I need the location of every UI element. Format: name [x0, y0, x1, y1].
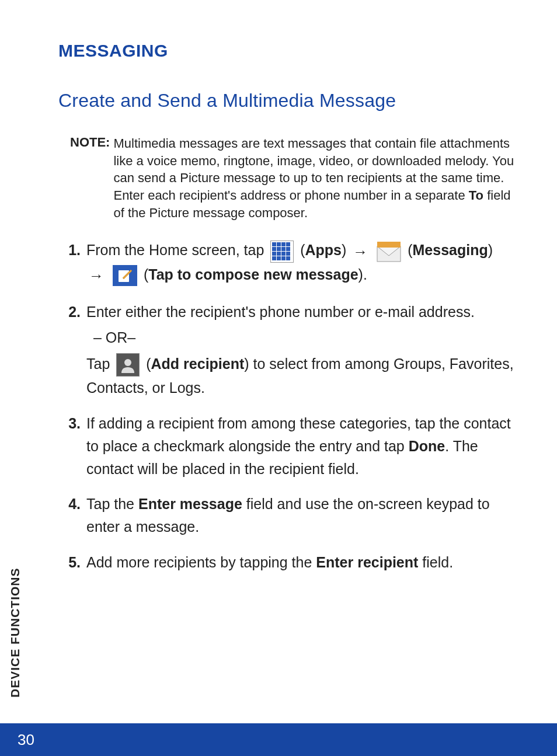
apps-grid-icon	[270, 241, 294, 263]
add-recipient-label: Add recipient	[151, 356, 245, 372]
step2-text2a: Tap	[86, 356, 114, 372]
heading-messaging: MESSAGING	[58, 41, 516, 61]
messaging-envelope-icon	[377, 241, 401, 263]
page-content: MESSAGING Create and Send a Multimedia M…	[0, 0, 557, 574]
heading-create-send: Create and Send a Multimedia Message	[58, 90, 516, 112]
step-5: 5. Add more recipients by tapping the En…	[58, 551, 516, 574]
step-body: Tap the Enter message field and use the …	[86, 493, 516, 538]
or-separator: – OR–	[93, 326, 516, 349]
step-number: 5.	[58, 551, 86, 574]
step-body: From the Home screen, tap (Apps) → (Mess…	[86, 239, 516, 287]
arrow-icon: →	[353, 240, 368, 263]
step4-text1: Tap the	[86, 496, 138, 512]
note-to-field: To	[469, 188, 483, 203]
apps-label: Apps	[305, 242, 342, 258]
svg-point-4	[124, 359, 131, 366]
compose-icon	[113, 265, 137, 286]
step5-text1: Add more recipients by tapping the	[86, 554, 316, 570]
step-number: 3.	[58, 412, 86, 480]
step-body: If adding a recipient from among these c…	[86, 412, 516, 480]
step-body: Add more recipients by tapping the Enter…	[86, 551, 516, 574]
enter-recipient-label: Enter recipient	[316, 554, 418, 570]
step-body: Enter either the recipient's phone numbe…	[86, 301, 516, 400]
note-text: Multimedia messages are text messages th…	[113, 135, 516, 221]
done-label: Done	[409, 438, 445, 454]
note-label: NOTE:	[70, 135, 113, 221]
step-1: 1. From the Home screen, tap (Apps) → (M…	[58, 239, 516, 287]
compose-label: Tap to compose new message	[148, 266, 358, 283]
step-4: 4. Tap the Enter message field and use t…	[58, 493, 516, 538]
page-number: 30	[18, 731, 34, 749]
add-recipient-icon	[116, 353, 140, 377]
step-number: 4.	[58, 493, 86, 538]
arrow-icon: →	[89, 264, 104, 287]
enter-message-label: Enter message	[138, 496, 242, 512]
footer-bar: 30	[0, 723, 557, 756]
note-block: NOTE: Multimedia messages are text messa…	[70, 135, 516, 221]
step5-text2: field.	[418, 554, 453, 570]
svg-rect-3	[119, 270, 129, 282]
step-2: 2. Enter either the recipient's phone nu…	[58, 301, 516, 400]
step1-text: From the Home screen, tap	[86, 242, 268, 258]
step-number: 2.	[58, 301, 86, 400]
messaging-label: Messaging	[413, 242, 488, 258]
svg-rect-2	[377, 242, 401, 248]
note-body-pre: Multimedia messages are text messages th…	[113, 136, 514, 203]
step-3: 3. If adding a recipient from among thes…	[58, 412, 516, 480]
section-sidebar-label: DEVICE FUNCTIONS	[8, 567, 22, 698]
step-number: 1.	[58, 239, 86, 287]
steps-list: 1. From the Home screen, tap (Apps) → (M…	[58, 239, 516, 573]
step2-text1: Enter either the recipient's phone numbe…	[86, 301, 516, 323]
